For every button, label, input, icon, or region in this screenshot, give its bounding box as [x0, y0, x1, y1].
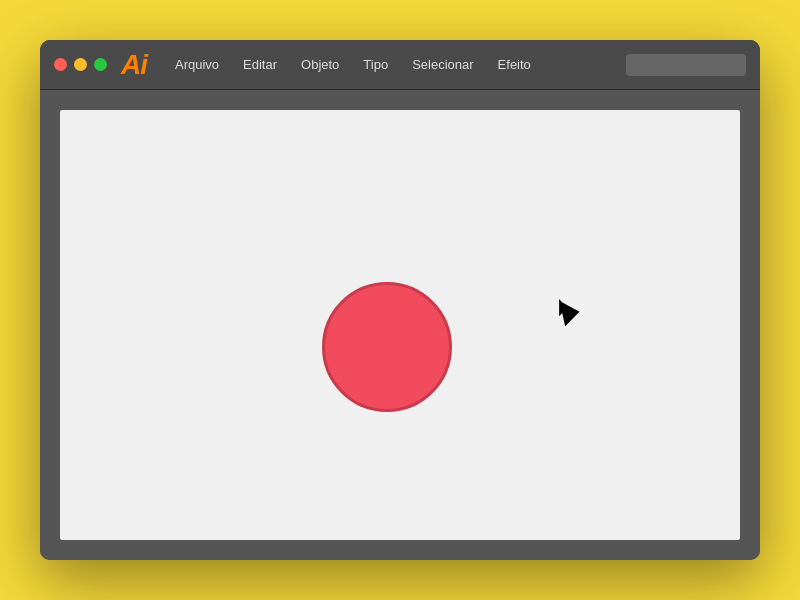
ai-logo: Ai [121, 49, 147, 81]
search-bar[interactable] [626, 54, 746, 76]
title-bar: Ai Arquivo Editar Objeto Tipo Selecionar… [40, 40, 760, 90]
artboard [60, 110, 740, 540]
traffic-lights [54, 58, 107, 71]
menu-objeto[interactable]: Objeto [291, 53, 349, 76]
canvas-area [40, 90, 760, 560]
svg-marker-0 [560, 299, 571, 319]
menu-arquivo[interactable]: Arquivo [165, 53, 229, 76]
menu-tipo[interactable]: Tipo [353, 53, 398, 76]
minimize-button[interactable] [74, 58, 87, 71]
menu-selecionar[interactable]: Selecionar [402, 53, 483, 76]
menu-efeito[interactable]: Efeito [488, 53, 541, 76]
app-window: Ai Arquivo Editar Objeto Tipo Selecionar… [40, 40, 760, 560]
close-button[interactable] [54, 58, 67, 71]
circle-shape[interactable] [322, 282, 452, 412]
maximize-button[interactable] [94, 58, 107, 71]
menu-bar: Arquivo Editar Objeto Tipo Selecionar Ef… [165, 53, 746, 76]
menu-editar[interactable]: Editar [233, 53, 287, 76]
